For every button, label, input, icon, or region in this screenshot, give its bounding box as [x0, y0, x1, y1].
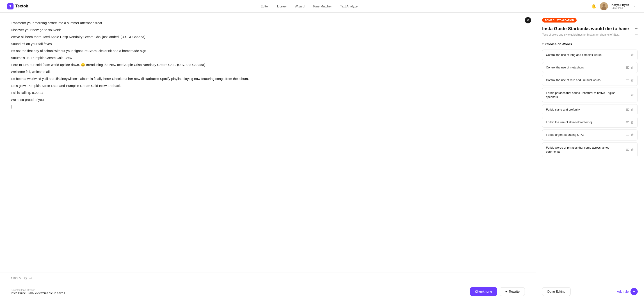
rule-actions: 🗑 [626, 78, 634, 82]
delete-rule-icon[interactable]: 🗑 [631, 66, 634, 69]
nav-item-text-analyzer[interactable]: Text Analyzer [340, 4, 359, 8]
rule-actions: 🗑 [626, 93, 634, 97]
panel-subtitle-text: Tone of voice and style guidelines for I… [542, 33, 620, 36]
undo-icon[interactable]: ↩ [29, 276, 32, 280]
editor-line[interactable]: Transform your morning coffee into a sum… [11, 20, 525, 26]
editor-line[interactable]: Autumn's up. Pumpkin Cream Cold Brew [11, 55, 525, 61]
slider-adjust-icon[interactable] [626, 54, 629, 56]
action-buttons: Check tone ✦ Rewrite [470, 287, 525, 296]
editor-text[interactable]: Transform your morning coffee into a sum… [11, 20, 525, 110]
main-layout: ✕ Transform your morning coffee into a s… [0, 12, 644, 299]
tone-badge: Tone customization [542, 18, 577, 22]
slider-adjust-icon[interactable] [626, 79, 629, 81]
editor-line[interactable]: We've all been there. Iced Apple Crisp N… [11, 34, 525, 40]
rule-actions: 🗑 [626, 53, 634, 57]
delete-rule-icon[interactable]: 🗑 [631, 53, 634, 57]
logo-text: Textok [15, 4, 28, 8]
rule-item: Forbid urgent-sounding CTAs🗑 [542, 129, 638, 140]
header: T Textok EditorLibraryWizardTone Matcher… [0, 0, 644, 12]
panel-subtitle: Tone of voice and style guidelines for I… [542, 33, 638, 37]
chevron-down-icon: ▾ [542, 42, 544, 46]
section-header[interactable]: ▾ Choice of Words [542, 42, 638, 46]
subtitle-edit-icon[interactable]: ✏ [635, 33, 638, 37]
slider-adjust-icon[interactable] [626, 149, 629, 151]
slider-adjust-icon[interactable] [626, 134, 629, 136]
editor-line[interactable]: It's not the first day of school without… [11, 48, 525, 54]
slider-adjust-icon[interactable] [626, 108, 629, 111]
add-rule-label: Add rule [617, 290, 629, 293]
delete-rule-icon[interactable]: 🗑 [631, 93, 634, 97]
rule-item: Control the use of long and complex word… [542, 49, 638, 60]
editor-line[interactable]: Here to turn our cold foam world upside … [11, 62, 525, 68]
add-rule-button[interactable]: Add rule + [617, 288, 638, 295]
rule-item: Forbid words or phrases that come across… [542, 142, 638, 157]
editor-cursor-line[interactable]: ​ [11, 104, 525, 110]
rule-text: Forbid words or phrases that come across… [546, 146, 623, 154]
editor-content: ✕ Transform your morning coffee into a s… [0, 12, 536, 272]
close-button[interactable]: ✕ [525, 17, 531, 23]
rule-text: Control the use of rare and unusual word… [546, 78, 623, 82]
rewrite-label: Rewrite [509, 290, 520, 293]
svg-point-1 [602, 4, 605, 7]
editor-line[interactable]: Welcome fall, welcome all. [11, 69, 525, 75]
slider-adjust-icon[interactable] [626, 121, 629, 123]
delete-rule-icon[interactable]: 🗑 [631, 78, 634, 82]
word-count: 118/772 ⧉ ↩ [11, 276, 32, 280]
nav: EditorLibraryWizardTone MatcherText Anal… [261, 4, 359, 8]
delete-rule-icon[interactable]: 🗑 [631, 148, 634, 152]
bell-icon[interactable]: 🔔 [591, 4, 596, 9]
editor-line[interactable]: Let's glow. Pumpkin Spice Latte and Pump… [11, 83, 525, 89]
rule-text: Forbid urgent-sounding CTAs [546, 133, 623, 137]
nav-item-library[interactable]: Library [277, 4, 286, 8]
copy-icon[interactable]: ⧉ [24, 276, 26, 280]
right-panel: Tone customization Insta Guide Starbucks… [536, 12, 644, 299]
slider-adjust-icon[interactable] [626, 94, 629, 96]
rule-item: Control the use of rare and unusual word… [542, 75, 638, 86]
avatar [600, 2, 608, 10]
rewrite-button[interactable]: ✦ Rewrite [500, 287, 525, 296]
editor-footer: 118/772 ⧉ ↩ [0, 272, 536, 284]
check-tone-button[interactable]: Check tone [470, 287, 497, 296]
nav-item-wizard[interactable]: Wizard [295, 4, 305, 8]
rules-list: Control the use of long and complex word… [542, 49, 638, 157]
user-info: Katya Firyan Enterprise [612, 3, 629, 9]
logo[interactable]: T Textok [7, 3, 28, 9]
rule-actions: 🗑 [626, 108, 634, 111]
panel-title-text: Insta Guide Starbucks would die to have [542, 26, 629, 31]
rule-item: Forbid slang and profanity🗑 [542, 104, 638, 115]
rule-text: Control the use of metaphors [546, 65, 623, 70]
tone-name-link[interactable]: Insta Guide Starbucks would die to have … [11, 291, 66, 295]
rule-actions: 🗑 [626, 120, 634, 124]
rule-item: Forbid phrases that sound unnatural to n… [542, 88, 638, 102]
slider-adjust-icon[interactable] [626, 66, 629, 69]
done-editing-button[interactable]: Done Editing [542, 287, 570, 296]
rule-text: Forbid the use of skin-colored emoji [546, 120, 623, 124]
editor-area: ✕ Transform your morning coffee into a s… [0, 12, 536, 299]
panel-scroll: Tone customization Insta Guide Starbucks… [536, 12, 644, 284]
rule-actions: 🗑 [626, 66, 634, 69]
delete-rule-icon[interactable]: 🗑 [631, 133, 634, 137]
nav-item-editor[interactable]: Editor [261, 4, 269, 8]
logo-icon: T [7, 3, 14, 9]
editor-line[interactable]: It's been a whirlwind y'all and @laineyw… [11, 76, 525, 82]
delete-rule-icon[interactable]: 🗑 [631, 120, 634, 124]
rule-actions: 🗑 [626, 148, 634, 152]
section-label: Choice of Words [545, 42, 572, 46]
title-edit-icon[interactable]: ✏ [635, 27, 638, 31]
delete-rule-icon[interactable]: 🗑 [631, 108, 634, 111]
editor-line[interactable]: Discover your new go-to souvenir. [11, 27, 525, 33]
logo-letter: T [10, 4, 12, 8]
tone-label: Selected tone of voice [11, 289, 66, 291]
nav-item-tone-matcher[interactable]: Tone Matcher [313, 4, 332, 8]
editor-line[interactable]: We're so proud of you. [11, 97, 525, 103]
editor-line[interactable]: Fall is calling. 8.22.24 [11, 90, 525, 96]
panel-title: Insta Guide Starbucks would die to have … [542, 26, 638, 31]
rule-actions: 🗑 [626, 133, 634, 137]
more-menu-icon[interactable]: ⋮ [633, 4, 637, 9]
tone-info: Selected tone of voice Insta Guide Starb… [11, 289, 66, 295]
add-circle-icon: + [630, 288, 638, 295]
bottom-bar: Selected tone of voice Insta Guide Starb… [0, 284, 536, 299]
editor-line[interactable]: Sound off on your fall faves [11, 41, 525, 47]
user-plan: Enterprise [612, 6, 629, 9]
svg-point-2 [602, 7, 606, 10]
